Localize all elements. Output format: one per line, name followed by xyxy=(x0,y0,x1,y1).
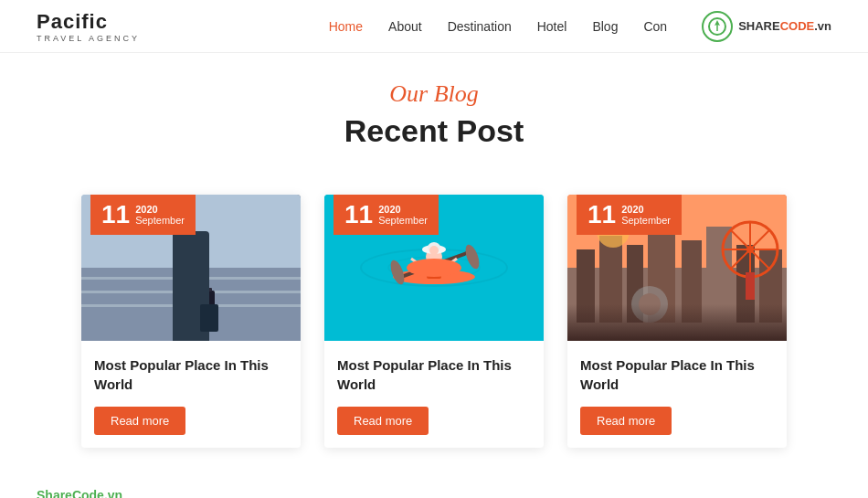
date-month-2: September xyxy=(378,215,428,226)
svg-rect-5 xyxy=(81,304,301,307)
nav-item-destination[interactable]: Destination xyxy=(448,19,512,34)
card-title-3: Most Popular Place In This World xyxy=(580,355,774,394)
svg-point-43 xyxy=(631,286,668,323)
date-year-3: 2020 xyxy=(621,204,671,215)
date-year-1: 2020 xyxy=(135,204,185,215)
nav-item-home[interactable]: Home xyxy=(329,19,363,34)
svg-point-6 xyxy=(182,234,200,256)
card-title-2: Most Popular Place In This World xyxy=(337,355,531,394)
svg-rect-30 xyxy=(648,231,675,323)
svg-rect-29 xyxy=(627,245,643,323)
svg-rect-10 xyxy=(200,291,215,311)
date-info-3: 2020 September xyxy=(621,204,671,226)
svg-rect-3 xyxy=(81,277,301,280)
svg-point-44 xyxy=(639,293,661,315)
nav-item-blog[interactable]: Blog xyxy=(592,19,618,34)
svg-point-22 xyxy=(428,242,440,253)
svg-rect-31 xyxy=(682,240,702,323)
logo-subtitle: TRAVEL AGENCY xyxy=(37,34,140,43)
svg-rect-32 xyxy=(706,227,732,323)
blog-card-1: 11 2020 September Most Popular Place In … xyxy=(81,195,301,448)
cards-container: 11 2020 September Most Popular Place In … xyxy=(0,195,868,475)
svg-rect-28 xyxy=(599,236,622,323)
card-title-1: Most Popular Place In This World xyxy=(94,355,288,394)
card-image-3: 11 2020 September xyxy=(567,195,787,341)
date-day-2: 11 xyxy=(344,202,373,228)
date-badge-3: 11 2020 September xyxy=(577,195,682,235)
svg-line-24 xyxy=(441,259,457,270)
date-month-1: September xyxy=(135,215,185,226)
date-year-2: 2020 xyxy=(378,204,428,215)
card-body-1: Most Popular Place In This World Read mo… xyxy=(81,341,301,448)
nav-item-con[interactable]: Con xyxy=(643,19,667,34)
date-info-1: 2020 September xyxy=(135,204,185,226)
date-info-2: 2020 September xyxy=(378,204,428,226)
brand-logo-area: SHARECODE.vn xyxy=(702,11,831,42)
card-body-2: Most Popular Place In This World Read mo… xyxy=(324,341,544,448)
svg-rect-8 xyxy=(177,259,189,287)
svg-rect-27 xyxy=(577,249,595,323)
footer-watermark: ShareCode.vn xyxy=(0,475,868,498)
svg-line-23 xyxy=(411,259,427,270)
blog-title: Recent Post xyxy=(18,113,850,149)
brand-logo-icon xyxy=(702,11,733,42)
card-body-3: Most Popular Place In This World Read mo… xyxy=(567,341,787,448)
blog-section: Our Blog Recent Post xyxy=(0,53,868,195)
svg-rect-4 xyxy=(81,291,301,293)
blog-card-2: 11 2020 September Most Popular Place In … xyxy=(324,195,544,448)
svg-rect-11 xyxy=(203,288,212,291)
svg-rect-41 xyxy=(746,272,755,300)
card-image-2: 11 2020 September xyxy=(324,195,544,341)
read-more-button-2[interactable]: Read more xyxy=(337,407,429,435)
blog-card-3: 11 2020 September Most Popular Place In … xyxy=(567,195,787,448)
svg-rect-17 xyxy=(427,266,441,279)
watermark-text: ShareCode.vn xyxy=(37,488,122,498)
date-day-3: 11 xyxy=(587,202,616,228)
svg-rect-7 xyxy=(185,256,197,297)
date-badge-1: 11 2020 September xyxy=(90,195,196,235)
svg-point-21 xyxy=(422,245,446,254)
svg-rect-9 xyxy=(192,259,204,287)
nav-item-hotel[interactable]: Hotel xyxy=(537,19,567,34)
logo: Pacific TRAVEL AGENCY xyxy=(37,10,140,43)
date-month-3: September xyxy=(621,215,671,226)
read-more-button-1[interactable]: Read more xyxy=(94,407,185,435)
main-nav: Home About Destination Hotel Blog Con SH… xyxy=(329,11,831,42)
date-badge-2: 11 2020 September xyxy=(333,195,439,235)
blog-subtitle: Our Blog xyxy=(18,80,850,108)
read-more-button-3[interactable]: Read more xyxy=(580,407,672,435)
nav-item-about[interactable]: About xyxy=(388,19,422,34)
date-day-1: 11 xyxy=(101,202,130,228)
svg-rect-34 xyxy=(759,249,782,323)
logo-title: Pacific xyxy=(37,10,140,34)
header: Pacific TRAVEL AGENCY Home About Destina… xyxy=(0,0,868,53)
card-image-1: 11 2020 September xyxy=(81,195,301,341)
brand-text: SHARECODE.vn xyxy=(738,19,831,33)
